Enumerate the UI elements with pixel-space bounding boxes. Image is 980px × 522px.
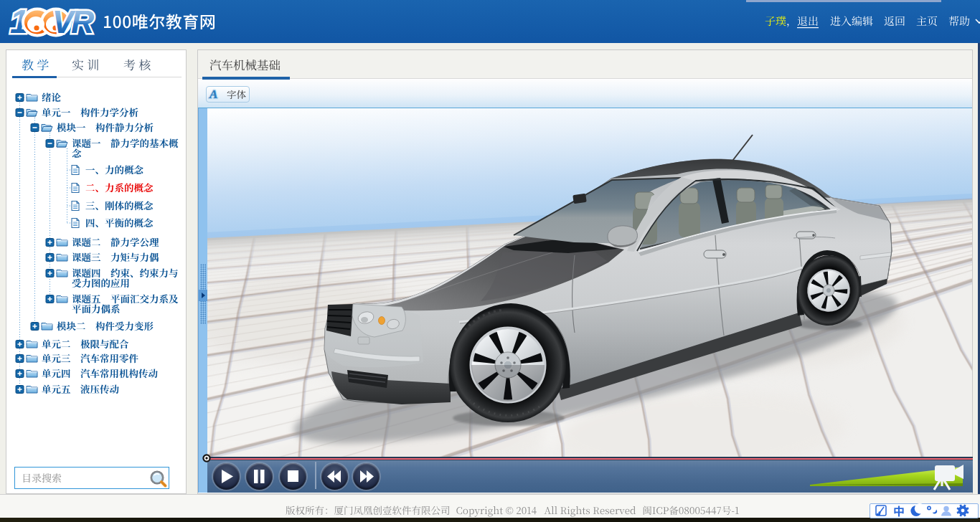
svg-text:A: A (209, 87, 217, 101)
svg-text:VR: VR (52, 4, 94, 39)
